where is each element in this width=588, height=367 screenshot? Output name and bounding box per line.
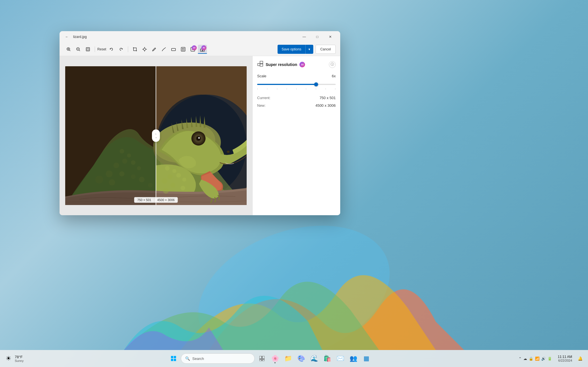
svg-point-58 <box>176 173 181 178</box>
svg-point-41 <box>227 151 230 153</box>
divider-2 <box>128 46 128 52</box>
svg-point-57 <box>168 174 173 179</box>
svg-rect-11 <box>87 48 89 50</box>
close-button[interactable]: ✕ <box>324 33 337 41</box>
history-controls: Reset <box>97 45 126 54</box>
panel-header-left: Super resolution AI <box>257 61 305 68</box>
undo-button[interactable] <box>107 45 116 54</box>
search-placeholder: Search <box>192 357 204 361</box>
current-label: Current: <box>257 96 270 100</box>
redo-button[interactable] <box>117 45 126 54</box>
taskbar-app-photos[interactable]: 🌸 <box>269 353 281 364</box>
scale-row: Scale 6x <box>257 74 336 78</box>
scale-value: 6x <box>332 74 336 78</box>
reset-button[interactable]: Reset <box>97 45 106 54</box>
split-handle-left-arrow: ← <box>155 133 157 135</box>
scale-label: Scale <box>257 74 266 78</box>
markup-button[interactable] <box>150 45 159 54</box>
toolbar-right: Save options ▾ Cancel <box>278 45 336 54</box>
chevron-icon: ⌃ <box>519 357 522 361</box>
window-title: lizard.jpg <box>73 35 298 39</box>
svg-rect-75 <box>262 359 265 361</box>
search-bar[interactable]: 🔍 Search <box>181 353 255 364</box>
edit-tools: AI AI <box>130 45 207 54</box>
panel-title: Super resolution <box>266 62 297 67</box>
task-view-button[interactable] <box>256 353 268 364</box>
taskbar-right: ⌃ ☁ 🔒 📶 🔊 🔋 11:11 AM 6/22/2024 🔔 <box>513 354 588 363</box>
panel-ai-badge: AI <box>299 62 305 67</box>
taskbar-app-vscode[interactable]: ▦ <box>361 353 372 364</box>
image-area: ← → 750 × 501 4500 × 3006 <box>60 56 252 215</box>
svg-rect-22 <box>183 50 184 50</box>
new-value: 4500 x 3006 <box>315 103 336 108</box>
svg-point-60 <box>182 178 186 182</box>
battery-icon: 🔋 <box>547 357 552 361</box>
image-canvas: ← → <box>65 66 247 205</box>
svg-point-56 <box>172 169 176 173</box>
slider-thumb[interactable] <box>314 82 318 86</box>
svg-point-12 <box>143 48 146 50</box>
svg-rect-70 <box>171 359 173 361</box>
system-clock[interactable]: 11:11 AM 6/22/2024 <box>555 354 574 363</box>
info-button[interactable]: ⓘ <box>329 61 336 68</box>
content-area: ← → 750 × 501 4500 × 3006 <box>60 56 340 215</box>
system-tray[interactable]: ⌃ ☁ 🔒 📶 🔊 🔋 <box>516 355 554 362</box>
search-icon: 🔍 <box>185 356 190 361</box>
slider-fill <box>257 84 316 85</box>
image-container: ← → 750 × 501 4500 × 3006 <box>65 66 247 205</box>
taskbar-app-teams[interactable]: 👥 <box>348 353 359 364</box>
new-label: New: <box>257 103 266 108</box>
ai-badge-bg: AI <box>192 45 197 50</box>
taskbar-app-store[interactable]: 🛍️ <box>322 353 333 364</box>
new-resolution-label: 4500 × 3006 <box>154 197 177 203</box>
taskbar-app-explorer[interactable]: 📁 <box>282 353 294 364</box>
svg-rect-74 <box>259 359 262 361</box>
notification-button[interactable]: 🔔 <box>576 354 585 363</box>
zoom-out-button[interactable] <box>74 45 83 54</box>
taskbar-app-mail[interactable]: ✉️ <box>335 353 346 364</box>
fit-button[interactable] <box>83 45 92 54</box>
slider-container[interactable] <box>257 80 336 89</box>
super-res-button[interactable]: AI <box>198 45 207 54</box>
filter-button[interactable] <box>179 45 188 54</box>
crop-button[interactable] <box>130 45 139 54</box>
taskbar: ☀ 78°F Sunny 🔍 Search <box>0 350 588 367</box>
save-options-label[interactable]: Save options <box>278 45 305 54</box>
svg-point-59 <box>162 178 167 184</box>
save-options-button[interactable]: Save options ▾ <box>278 45 313 54</box>
split-handle[interactable]: ← → <box>152 129 160 142</box>
erase-button[interactable] <box>169 45 178 54</box>
zoom-controls <box>64 45 92 54</box>
adjust-button[interactable] <box>140 45 149 54</box>
taskbar-app-paint[interactable]: 🎨 <box>295 353 307 364</box>
draw-button[interactable] <box>159 45 168 54</box>
slider-track[interactable] <box>257 84 336 85</box>
back-button[interactable]: ← <box>63 33 71 41</box>
window-controls: — □ ✕ <box>298 33 337 41</box>
new-stats-row: New: 4500 x 3006 <box>257 102 336 109</box>
svg-point-63 <box>163 188 169 194</box>
current-value: 750 x 501 <box>320 96 336 100</box>
svg-rect-65 <box>258 63 260 66</box>
save-options-dropdown[interactable]: ▾ <box>305 45 313 54</box>
cancel-button[interactable]: Cancel <box>316 45 336 54</box>
svg-point-40 <box>198 137 200 139</box>
bg-remove-button[interactable]: AI <box>188 45 197 54</box>
lock-icon: 🔒 <box>529 357 533 361</box>
original-resolution-label: 750 × 501 <box>134 197 154 203</box>
svg-line-8 <box>79 50 80 51</box>
zoom-in-button[interactable] <box>64 45 73 54</box>
svg-rect-72 <box>259 356 262 359</box>
svg-point-61 <box>170 183 175 188</box>
weather-widget[interactable]: ☀ <box>3 354 14 363</box>
panel-header: Super resolution AI ⓘ <box>257 61 336 68</box>
clock-time: 11:11 AM <box>558 355 572 359</box>
maximize-button[interactable]: □ <box>311 33 324 41</box>
taskbar-app-edge[interactable]: 🌊 <box>308 353 320 364</box>
minimize-button[interactable]: — <box>298 33 311 41</box>
start-button[interactable] <box>168 353 179 364</box>
svg-rect-71 <box>174 359 176 361</box>
svg-rect-17 <box>172 48 175 51</box>
taskbar-left: ☀ 78°F Sunny <box>0 354 27 363</box>
panel-icon <box>257 61 263 68</box>
